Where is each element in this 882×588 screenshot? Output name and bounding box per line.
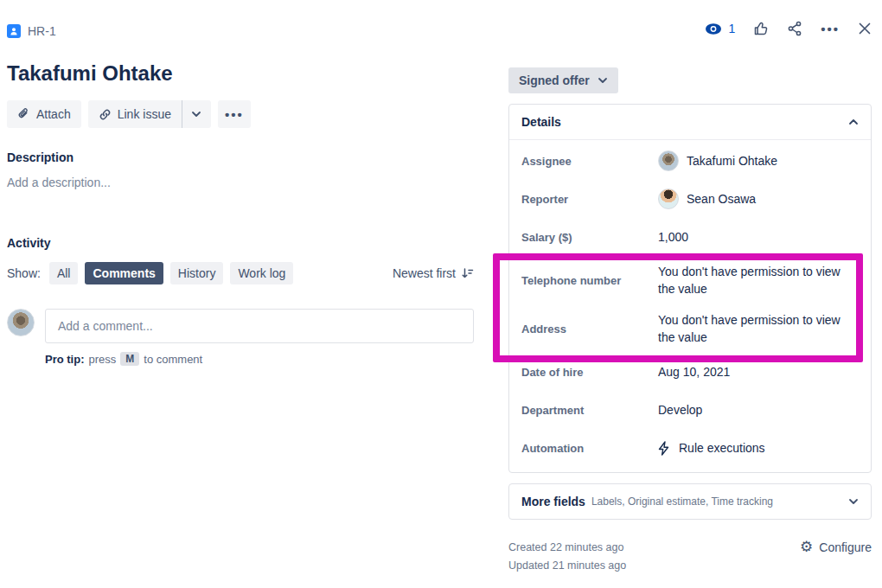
comment-input[interactable]: Add a comment... xyxy=(45,309,474,343)
pro-tip-prefix: Pro tip: xyxy=(45,353,85,366)
rule-executions-link[interactable]: Rule executions xyxy=(658,439,859,457)
activity-filter-row: Show: All Comments History Work log Newe… xyxy=(7,262,474,284)
field-row-telephone: Telephone number You don't have permissi… xyxy=(521,256,859,304)
details-panel: Details Assignee Takafumi Ohtake Reporte… xyxy=(508,104,872,473)
breadcrumb: HR-1 xyxy=(7,24,474,38)
link-issue-button-group: Link issue xyxy=(88,100,211,128)
project-avatar-icon xyxy=(7,24,21,38)
rule-executions-label: Rule executions xyxy=(679,439,765,457)
attach-label: Attach xyxy=(36,107,71,121)
details-panel-body: Assignee Takafumi Ohtake Reporter Sean O… xyxy=(509,140,871,472)
field-label-telephone: Telephone number xyxy=(521,274,658,287)
reporter-value[interactable]: Sean Osawa xyxy=(658,189,859,209)
sort-order-label: Newest first xyxy=(393,266,456,280)
description-placeholder[interactable]: Add a description... xyxy=(7,176,474,189)
sort-order-button[interactable]: Newest first xyxy=(393,266,474,280)
field-row-reporter: Reporter Sean Osawa xyxy=(521,180,859,218)
gear-icon: ⚙ xyxy=(800,540,813,554)
updated-timestamp: Updated 21 minutes ago xyxy=(508,557,626,575)
issue-main-column: HR-1 Takafumi Ohtake Attach Link issue xyxy=(7,0,474,366)
attach-button[interactable]: Attach xyxy=(7,100,81,128)
issue-key[interactable]: HR-1 xyxy=(28,24,56,38)
add-comment-row: Add a comment... xyxy=(7,309,474,343)
field-row-automation: Automation Rule executions xyxy=(521,429,859,467)
sort-descending-icon xyxy=(461,267,474,279)
activity-filters: All Comments History Work log xyxy=(49,262,293,284)
reporter-name: Sean Osawa xyxy=(687,190,756,208)
reporter-avatar xyxy=(658,189,679,209)
configure-label: Configure xyxy=(819,540,872,554)
field-label-salary: Salary ($) xyxy=(521,231,658,244)
filter-comments[interactable]: Comments xyxy=(85,262,163,284)
created-timestamp: Created 22 minutes ago xyxy=(508,539,626,557)
jira-issue-view: HR-1 Takafumi Ohtake Attach Link issue xyxy=(0,0,882,588)
issue-title[interactable]: Takafumi Ohtake xyxy=(7,61,474,86)
description-heading: Description xyxy=(7,150,474,164)
details-panel-header[interactable]: Details xyxy=(509,105,871,140)
details-title: Details xyxy=(521,115,561,129)
paperclip-icon xyxy=(17,107,30,121)
issue-toolbar: Attach Link issue ••• xyxy=(7,100,474,128)
chevron-down-icon xyxy=(848,498,859,505)
filter-all[interactable]: All xyxy=(49,262,79,284)
lightning-bolt-icon xyxy=(658,441,669,456)
issue-side-column: Signed offer Details Assignee Takafumi O… xyxy=(508,0,872,575)
field-label-assignee: Assignee xyxy=(521,155,658,168)
filter-history[interactable]: History xyxy=(170,262,224,284)
ellipsis-icon: ••• xyxy=(225,107,244,122)
field-row-date-of-hire: Date of hire Aug 10, 2021 xyxy=(521,353,859,391)
filter-worklog[interactable]: Work log xyxy=(230,262,293,284)
chevron-up-icon xyxy=(848,118,859,125)
status-dropdown[interactable]: Signed offer xyxy=(508,67,618,93)
department-value[interactable]: Develop xyxy=(658,401,859,419)
status-label: Signed offer xyxy=(519,74,590,87)
chevron-down-icon xyxy=(191,111,201,118)
assignee-avatar xyxy=(658,150,679,171)
assignee-value[interactable]: Takafumi Ohtake xyxy=(658,150,859,171)
link-issue-button[interactable]: Link issue xyxy=(88,100,182,128)
configure-button[interactable]: ⚙ Configure xyxy=(800,540,872,554)
field-row-address: Address You don't have permission to vie… xyxy=(521,304,859,353)
link-issue-label: Link issue xyxy=(118,107,171,121)
pro-tip-press: press xyxy=(89,353,117,366)
activity-heading: Activity xyxy=(7,236,474,250)
more-fields-panel[interactable]: More fields Labels, Original estimate, T… xyxy=(508,483,872,520)
field-row-assignee: Assignee Takafumi Ohtake xyxy=(521,142,859,180)
assignee-name: Takafumi Ohtake xyxy=(687,152,777,169)
link-issue-dropdown-button[interactable] xyxy=(182,100,211,128)
more-fields-title: More fields xyxy=(521,495,585,508)
address-value: You don't have permission to view the va… xyxy=(658,311,859,346)
pro-tip: Pro tip: press M to comment xyxy=(45,352,474,366)
telephone-value: You don't have permission to view the va… xyxy=(658,263,859,297)
more-fields-subtitle: Labels, Original estimate, Time tracking xyxy=(591,495,848,508)
date-of-hire-value[interactable]: Aug 10, 2021 xyxy=(658,363,859,380)
timestamps: Created 22 minutes ago Updated 21 minute… xyxy=(508,539,626,575)
field-label-automation: Automation xyxy=(521,442,658,455)
issue-more-actions-button[interactable]: ••• xyxy=(218,100,251,128)
field-row-salary: Salary ($) 1,000 xyxy=(521,218,859,256)
salary-value[interactable]: 1,000 xyxy=(658,228,859,246)
field-label-address: Address xyxy=(521,323,658,336)
chevron-down-icon xyxy=(598,77,608,84)
keyboard-key-m: M xyxy=(120,352,139,366)
person-icon xyxy=(10,27,18,35)
link-icon xyxy=(99,108,112,121)
pro-tip-suffix: to comment xyxy=(144,353,202,366)
current-user-avatar[interactable] xyxy=(7,309,35,336)
field-label-date-of-hire: Date of hire xyxy=(521,366,658,379)
field-label-reporter: Reporter xyxy=(521,193,658,206)
show-label: Show: xyxy=(7,266,41,280)
field-row-department: Department Develop xyxy=(521,391,859,429)
field-label-department: Department xyxy=(521,404,658,417)
issue-meta-footer: Created 22 minutes ago Updated 21 minute… xyxy=(508,539,872,575)
